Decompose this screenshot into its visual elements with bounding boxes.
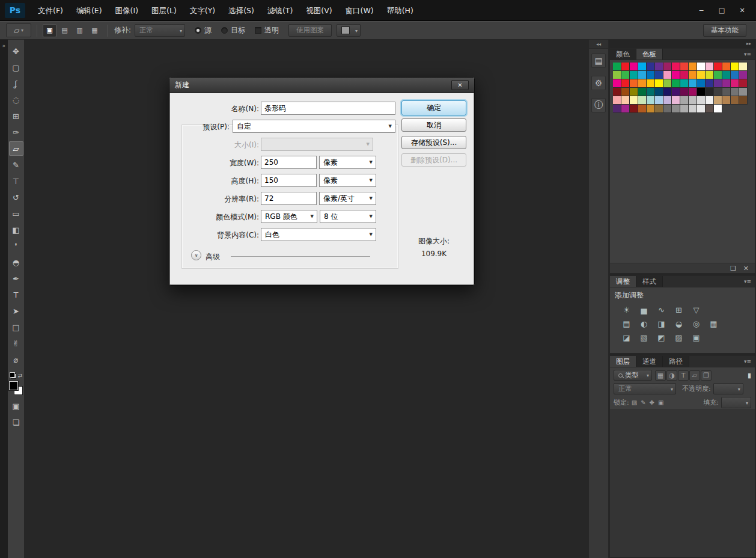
gradient-map-icon[interactable]: ▨ — [672, 333, 686, 343]
swatch[interactable] — [697, 63, 706, 71]
tab-layers[interactable]: 图层 — [610, 356, 636, 367]
gradient-tool[interactable]: ◧ — [9, 222, 23, 237]
swatch[interactable] — [621, 63, 630, 71]
swatch[interactable] — [647, 105, 655, 113]
swatch[interactable] — [655, 88, 663, 96]
bit-depth-dropdown[interactable]: 8 位 — [320, 210, 376, 223]
lock-transparent-icon[interactable]: ▨ — [632, 399, 637, 406]
swatch[interactable] — [697, 88, 706, 96]
delete-swatch-icon[interactable]: ✕ — [743, 265, 749, 272]
swatch[interactable] — [722, 88, 731, 96]
rect-marquee-tool[interactable]: ▢ — [9, 60, 23, 75]
swatch[interactable] — [722, 79, 731, 88]
swatch[interactable] — [672, 105, 680, 113]
swatch[interactable] — [613, 88, 621, 96]
advanced-expander[interactable]: » — [191, 250, 201, 260]
swatch[interactable] — [647, 96, 655, 105]
lock-pixels-icon[interactable]: ✎ — [641, 399, 645, 406]
black-white-icon[interactable]: ◨ — [654, 319, 668, 329]
swatch[interactable] — [621, 88, 630, 96]
width-unit-dropdown[interactable]: 像素 — [319, 156, 376, 169]
layers-panel-tabs-menu-icon[interactable]: ▾≡ — [744, 356, 755, 367]
swatch[interactable] — [630, 96, 638, 105]
swatch[interactable] — [739, 71, 748, 79]
swatch[interactable] — [630, 105, 638, 113]
blend-mode-dropdown[interactable]: 正常 — [614, 383, 676, 394]
dodge-tool[interactable]: ◓ — [9, 255, 23, 269]
swatch[interactable] — [655, 105, 663, 113]
swatch[interactable] — [714, 63, 722, 71]
properties-panel-icon[interactable]: ⚙ — [591, 76, 606, 90]
swatch[interactable] — [638, 96, 647, 105]
swatch[interactable] — [689, 63, 697, 71]
swatch[interactable] — [638, 88, 647, 96]
swatch[interactable] — [647, 88, 655, 96]
swatch[interactable] — [663, 105, 672, 113]
swatch[interactable] — [689, 96, 697, 105]
swatch[interactable] — [655, 96, 663, 105]
collapse-dock-icon[interactable]: ▸▸ — [609, 40, 756, 48]
swatch[interactable] — [672, 79, 680, 88]
swatches-panel-tabs-menu-icon[interactable]: ▾≡ — [744, 49, 755, 60]
swatch[interactable] — [613, 71, 621, 79]
eyedropper-tool[interactable]: ✑ — [9, 125, 23, 140]
swatch[interactable] — [697, 79, 706, 88]
swatch[interactable] — [689, 79, 697, 88]
hue-saturation-icon[interactable]: ▤ — [620, 319, 633, 329]
swatch[interactable] — [680, 63, 689, 71]
history-brush-tool[interactable]: ↺ — [9, 190, 23, 204]
selective-color-icon[interactable]: ▣ — [689, 333, 703, 343]
filter-adjustment-layers-icon[interactable]: ◑ — [666, 370, 677, 381]
curves-icon[interactable]: ∿ — [654, 305, 668, 315]
size-dropdown[interactable] — [261, 138, 373, 151]
opacity-dropdown[interactable] — [713, 383, 743, 394]
swatch[interactable] — [714, 96, 722, 105]
new-swatch-icon[interactable]: ❏ — [730, 265, 736, 272]
delete-preset-button[interactable]: 删除预设(D)... — [401, 153, 466, 167]
lock-position-icon[interactable]: ✥ — [650, 399, 654, 406]
swatch[interactable] — [697, 96, 706, 105]
swatch[interactable] — [663, 71, 672, 79]
swatch[interactable] — [680, 88, 689, 96]
shape-tool[interactable]: □ — [9, 320, 23, 334]
quick-mask-button[interactable]: ▣ — [9, 399, 23, 413]
menu-item-3[interactable]: 图层(L) — [145, 0, 183, 21]
swatch[interactable] — [613, 63, 621, 71]
swatch[interactable] — [663, 79, 672, 88]
adjustments-panel-tabs-menu-icon[interactable]: ▾≡ — [744, 276, 755, 287]
color-lookup-icon[interactable]: ▦ — [707, 319, 721, 329]
minimize-button[interactable]: ─ — [692, 4, 710, 16]
dialog-titlebar[interactable]: 新建 ✕ — [169, 78, 474, 93]
swatch[interactable] — [731, 79, 739, 88]
selection-intersect-button[interactable]: ▦ — [88, 24, 102, 37]
patch-mode-dropdown[interactable]: 正常 — [135, 24, 185, 37]
swatch[interactable] — [739, 96, 748, 105]
source-radio[interactable]: 源 — [195, 25, 212, 35]
swatch[interactable] — [672, 96, 680, 105]
filter-smart-objects-icon[interactable]: ❐ — [701, 370, 712, 381]
swatch[interactable] — [630, 88, 638, 96]
use-pattern-button[interactable]: 使用图案 — [288, 24, 332, 37]
swatch[interactable] — [731, 63, 739, 71]
pen-tool[interactable]: ✒ — [9, 271, 23, 286]
expand-dock-icon[interactable]: » — [0, 43, 8, 49]
swatch[interactable] — [638, 63, 647, 71]
eraser-tool[interactable]: ▭ — [9, 206, 23, 221]
transparent-checkbox[interactable]: 透明 — [255, 25, 279, 35]
crop-tool[interactable]: ⊞ — [9, 109, 23, 123]
lock-all-icon[interactable]: ▣ — [658, 399, 663, 406]
swatch[interactable] — [731, 88, 739, 96]
swatch[interactable] — [706, 63, 714, 71]
swatch[interactable] — [621, 96, 630, 105]
swatch[interactable] — [638, 71, 647, 79]
width-input[interactable]: 250 — [261, 156, 317, 169]
history-panel-icon[interactable]: ▤ — [591, 54, 606, 68]
foreground-color-swatch[interactable] — [9, 381, 18, 390]
swatch[interactable] — [655, 63, 663, 71]
swatch[interactable] — [613, 79, 621, 88]
height-input[interactable]: 150 — [261, 174, 317, 187]
swatch[interactable] — [680, 105, 689, 113]
swatch[interactable] — [689, 88, 697, 96]
swatch[interactable] — [689, 71, 697, 79]
swatch[interactable] — [655, 71, 663, 79]
